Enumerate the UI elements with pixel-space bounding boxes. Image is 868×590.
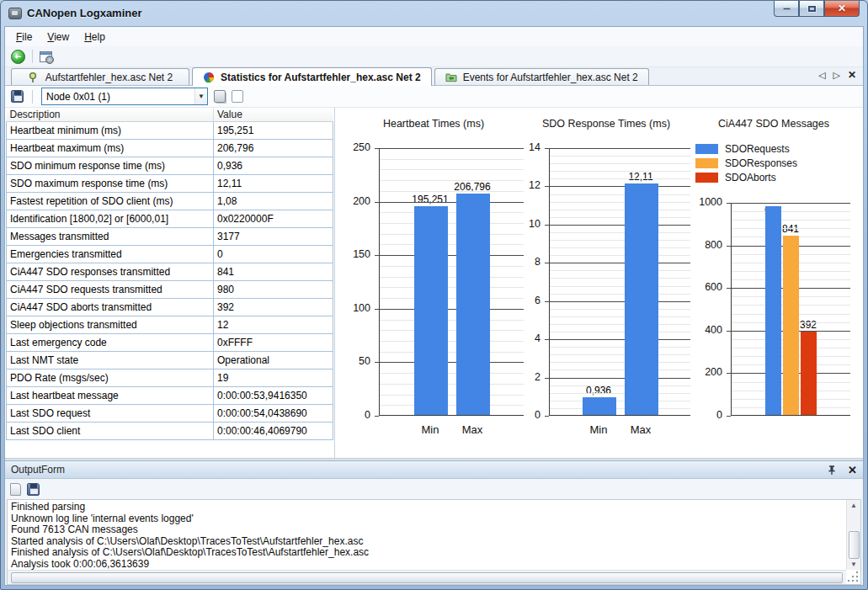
cell-description: Identification [1800,02] or [6000,01]: [7, 210, 214, 227]
minimize-button[interactable]: [774, 1, 799, 17]
y-tick-label: 8: [522, 256, 541, 268]
chart-plot-area: [379, 148, 524, 416]
y-tick-label: 600: [695, 281, 722, 293]
cell-value: 0:00:00:46,4069790: [214, 422, 333, 439]
table-row[interactable]: Heartbeat minimum (ms)195,251: [7, 121, 333, 139]
table-row[interactable]: Last SDO client0:00:00:46,4069790: [7, 422, 333, 439]
menu-help[interactable]: Help: [77, 29, 113, 45]
y-tick-label: 1000: [695, 196, 722, 208]
scroll-down-icon[interactable]: ▼: [850, 559, 857, 570]
pin-icon[interactable]: [826, 464, 838, 476]
table-row[interactable]: SDO minimum response time (ms)0,936: [7, 157, 333, 174]
main-toolbar: ➜: [5, 46, 863, 67]
y-tick-label: 250: [347, 141, 370, 153]
y-tick: [727, 416, 731, 417]
scroll-up-icon[interactable]: ▲: [850, 500, 857, 511]
table-row[interactable]: Heartbeat maximum (ms)206,796: [7, 139, 333, 157]
tab-scroll-left-icon[interactable]: ◁: [818, 70, 825, 81]
cell-description: Sleep objections transmitted: [7, 316, 214, 333]
y-tick: [727, 331, 731, 332]
vertical-scroll-thumb[interactable]: [849, 531, 860, 559]
y-tick: [727, 203, 731, 204]
y-tick-label: 0: [522, 409, 541, 421]
column-header-description[interactable]: Description: [7, 109, 214, 121]
output-title: OutputForm: [11, 464, 65, 476]
column-header-value[interactable]: Value: [214, 109, 333, 121]
tab-events[interactable]: Events for Aufstartfehler_hex.asc Net 2: [434, 68, 649, 85]
copy-icon[interactable]: [214, 90, 226, 103]
legend-swatch-icon: [695, 158, 718, 168]
chevron-down-icon[interactable]: ▼: [194, 88, 207, 104]
table-row[interactable]: Last SDO request0:00:00:54,0438690: [7, 404, 333, 422]
horizontal-scrollbar[interactable]: [8, 570, 846, 584]
gridline-minor: [380, 180, 524, 181]
y-tick: [545, 339, 549, 340]
table-row[interactable]: Fastest repetition of SDO client (ms)1,0…: [7, 192, 333, 210]
legend-swatch-icon: [695, 144, 718, 154]
cell-description: Emergencies transmitted: [7, 245, 214, 263]
table-row[interactable]: SDO maximum response time (ms)12,11: [7, 174, 333, 192]
menu-view[interactable]: View: [40, 29, 77, 45]
cell-description: Messages transmitted: [7, 227, 214, 245]
bar: [801, 332, 817, 415]
save-statistics-icon[interactable]: [11, 90, 24, 103]
legend-label: SDOResponses: [725, 157, 797, 169]
table-row[interactable]: Last heartbeat message0:00:00:53,9416350: [7, 386, 333, 404]
table-row[interactable]: Identification [1800,02] or [6000,01]0x0…: [7, 210, 333, 227]
gridline-major: [732, 203, 850, 204]
cell-value: 195,251: [214, 121, 333, 139]
output-close-icon[interactable]: ✕: [848, 464, 857, 476]
y-tick: [545, 186, 549, 187]
y-tick-label: 2: [522, 371, 541, 383]
table-row[interactable]: Messages transmitted3177: [7, 227, 333, 245]
cell-description: Last NMT state: [7, 351, 214, 369]
bar: [583, 397, 616, 415]
y-tick: [545, 148, 549, 149]
table-row[interactable]: Emergencies transmitted0: [7, 245, 333, 263]
table-row[interactable]: CiA447 SDO responses transmitted841: [7, 263, 333, 280]
tab-label: Events for Aufstartfehler_hex.asc Net 2: [463, 72, 638, 83]
copy-page-icon[interactable]: [232, 90, 243, 103]
tab-statistics[interactable]: Statistics for Aufstartfehler_hex.asc Ne…: [192, 67, 432, 86]
cell-value: 0:00:00:53,9416350: [214, 386, 333, 404]
gridline-minor: [550, 163, 690, 164]
vertical-scrollbar[interactable]: ▲ ▼: [846, 500, 860, 570]
gridline-major: [380, 148, 524, 149]
cell-value: 0xFFFF: [214, 333, 333, 351]
output-panel: OutputForm ✕ Finished parsing Unknown lo…: [5, 460, 863, 585]
y-tick: [727, 373, 731, 374]
table-row[interactable]: CiA447 SDO aborts transmitted392: [7, 298, 333, 316]
y-tick-label: 200: [347, 195, 370, 207]
cell-description: SDO minimum response time (ms): [7, 157, 214, 174]
open-log-button[interactable]: ➜: [11, 50, 25, 64]
table-row[interactable]: Last emergency code0xFFFF: [7, 333, 333, 351]
close-button[interactable]: ✕: [824, 1, 860, 17]
cell-description: PDO Rate (msgs/sec): [7, 369, 214, 386]
clear-log-icon[interactable]: [10, 483, 21, 496]
y-tick-label: 50: [347, 355, 370, 367]
tab-log[interactable]: Aufstartfehler_hex.asc Net 2: [11, 68, 189, 85]
menu-file[interactable]: File: [8, 29, 40, 45]
settings-icon[interactable]: [40, 51, 52, 62]
tab-scroll-right-icon[interactable]: ▷: [833, 70, 839, 81]
cell-value: 0x0220000F: [214, 210, 333, 227]
cell-description: CiA447 SDO aborts transmitted: [7, 298, 214, 316]
cell-value: Operational: [214, 351, 333, 369]
resize-grip[interactable]: [847, 571, 860, 584]
tab-close-icon[interactable]: ✕: [848, 69, 856, 81]
y-tick: [545, 263, 549, 263]
maximize-button[interactable]: [799, 1, 824, 17]
table-row[interactable]: Sleep objections transmitted12: [7, 316, 333, 333]
horizontal-scroll-thumb[interactable]: [11, 572, 843, 583]
table-row[interactable]: CiA447 SDO requests transmitted980: [7, 280, 333, 298]
table-row[interactable]: PDO Rate (msgs/sec)19: [7, 369, 333, 386]
legend-item: SDOResponses: [695, 157, 797, 169]
y-tick-label: 400: [695, 324, 722, 336]
table-row[interactable]: Last NMT stateOperational: [7, 351, 333, 369]
node-combobox[interactable]: Node 0x01 (1) ▼: [41, 88, 208, 105]
y-tick: [545, 378, 549, 379]
bar: [783, 236, 799, 415]
folder-icon: [445, 72, 457, 83]
y-tick-label: 0: [347, 409, 370, 421]
save-log-icon[interactable]: [27, 483, 40, 496]
